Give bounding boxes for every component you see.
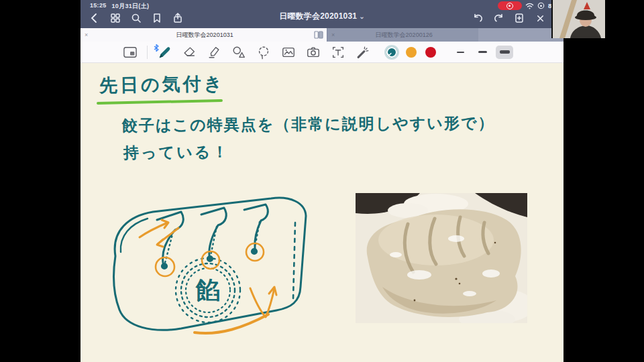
anko-label: 餡: [195, 276, 220, 304]
toolbar-divider: [147, 46, 148, 59]
gyoza-sketch-drawing: 餡: [95, 188, 323, 339]
highlighter-tool-button[interactable]: [206, 44, 222, 60]
color-swatch-teal[interactable]: [386, 47, 397, 58]
thickness-thick-button[interactable]: [496, 46, 513, 59]
close-icon: [535, 13, 545, 23]
gyoza-photo[interactable]: [356, 193, 527, 323]
laser-pointer-icon: [356, 45, 370, 60]
pen-tool-button[interactable]: [156, 44, 172, 60]
text-icon: [331, 45, 345, 60]
wifi-icon: [525, 3, 534, 9]
hat: [575, 15, 596, 20]
color-swatch-red[interactable]: [425, 47, 436, 58]
tab-close-icon[interactable]: ×: [85, 32, 88, 38]
image-icon: [281, 45, 296, 60]
redo-button[interactable]: [492, 12, 504, 24]
pen-icon: [157, 45, 172, 60]
redo-icon: [493, 13, 504, 23]
webcam-thumbnail[interactable]: [551, 0, 608, 38]
laser-pointer-button[interactable]: [355, 44, 371, 60]
nav-bar: 15:25 10月31日(土): [80, 0, 564, 28]
eraser-tool-button[interactable]: [181, 44, 197, 60]
notes-app-window: 15:25 10月31日(土): [80, 0, 564, 362]
add-page-button[interactable]: [513, 12, 525, 24]
status-bar-left: 15:25 10月31日(土): [90, 2, 149, 11]
clock: 15:25: [90, 2, 107, 11]
note-page[interactable]: 先日の気付き 餃子はこの特異点を（非常に説明しやすい形で） 持っている！: [80, 63, 564, 362]
nav-right-buttons: [472, 12, 546, 24]
handwritten-heading: 先日の気付き: [99, 71, 225, 97]
tab-bar: × 日曜数学会20201031 × 日曜数学会20200126: [80, 28, 564, 42]
split-view-icon[interactable]: [314, 31, 323, 40]
color-swatch-orange[interactable]: [406, 47, 417, 58]
screen-recording-indicator[interactable]: [498, 1, 522, 10]
tab-current-notebook[interactable]: × 日曜数学会20201031: [80, 28, 327, 42]
date: 10月31日(土): [112, 2, 150, 11]
chevron-down-icon: ⌄: [359, 13, 365, 20]
pen-toolbar: [80, 42, 564, 63]
chevron-down-icon: [386, 52, 392, 56]
orientation-lock-icon: [537, 2, 545, 9]
page-navigator-button[interactable]: [122, 44, 138, 60]
text-tool-button[interactable]: [330, 44, 346, 60]
screen: 15:25 10月31日(土): [0, 0, 644, 362]
record-icon: [506, 3, 513, 9]
camera-icon: [306, 45, 321, 60]
undo-icon: [472, 13, 484, 23]
lasso-tool-button[interactable]: [256, 44, 272, 60]
shapes-tool-button[interactable]: [231, 44, 247, 60]
close-button[interactable]: [534, 12, 546, 24]
bluetooth-icon: [154, 42, 159, 54]
tab-label: 日曜数学会20201031: [92, 31, 327, 40]
thickness-medium-button[interactable]: [474, 46, 491, 59]
thick-dash-icon: [500, 50, 510, 54]
medium-dash-icon: [478, 51, 487, 53]
lasso-icon: [256, 45, 271, 60]
tab-other-notebook[interactable]: × 日曜数学会20200126: [327, 28, 478, 42]
thin-dash-icon: [457, 52, 464, 53]
tab-label: 日曜数学会20200126: [339, 31, 478, 40]
highlighter-icon: [207, 45, 221, 60]
tab-close-icon[interactable]: ×: [331, 32, 335, 38]
image-tool-button[interactable]: [280, 44, 297, 60]
add-page-icon: [514, 13, 525, 23]
green-underline-stroke: [97, 99, 223, 105]
handwritten-line1: 餃子はこの特異点を（非常に説明しやすい形で）: [122, 113, 495, 136]
camera-tool-button[interactable]: [305, 44, 321, 60]
page-navigator-icon: [123, 46, 138, 59]
eraser-icon: [182, 45, 197, 60]
shapes-icon: [231, 45, 246, 60]
handwritten-line2: 持っている！: [123, 141, 229, 164]
document-title: 日曜数学会20201031: [279, 11, 357, 21]
thickness-thin-button[interactable]: [451, 46, 469, 59]
undo-button[interactable]: [472, 12, 484, 24]
